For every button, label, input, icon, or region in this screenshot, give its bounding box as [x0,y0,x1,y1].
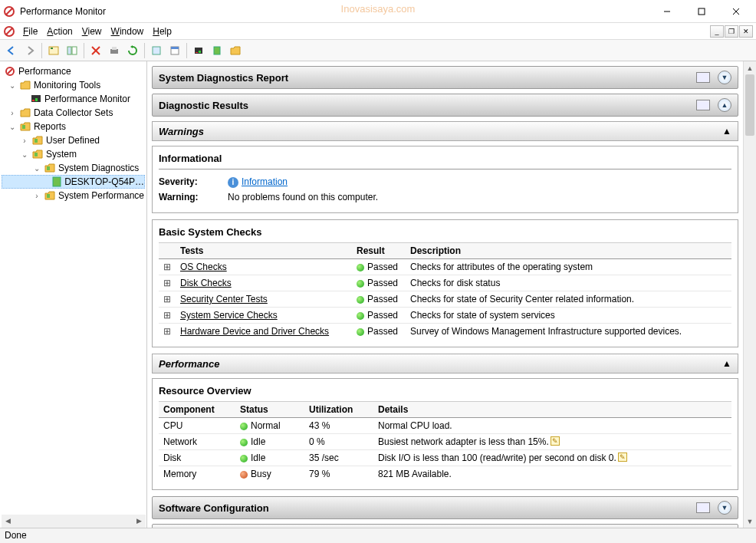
tree-label: Performance Monitor [44,94,130,104]
collapse-icon[interactable]: ⌄ [8,123,17,131]
section-hardware-configuration[interactable]: Hardware Configuration ▼ [152,524,738,528]
table-row: ⊞OS ChecksPassedChecks for attributes of… [159,259,731,275]
tree-user-defined[interactable]: › User Defined [2,133,145,147]
delete-button[interactable] [87,42,104,59]
tree-performance-monitor[interactable]: Performance Monitor [2,92,145,106]
panel-basic-system-checks: Basic System Checks Tests Result Descrip… [152,219,738,347]
navigation-tree[interactable]: Performance ⌄ Monitoring Tools Performan… [0,61,147,528]
expand-icon[interactable]: › [32,192,41,200]
hscroll-left[interactable]: ◀ [2,515,15,528]
toolbar-btn-5[interactable] [227,42,244,59]
table-row: MemoryBusy79 %821 MB Available. [159,466,731,482]
scroll-up-button[interactable]: ▲ [744,61,756,74]
reports-icon [31,148,44,160]
app-icon-small [3,25,15,38]
test-link[interactable]: System Service Checks [180,310,278,321]
reports-icon [44,189,56,202]
app-icon [3,5,15,18]
test-link[interactable]: Hardware Device and Driver Checks [180,326,329,337]
mdi-restore[interactable]: ❐ [725,25,738,38]
tree-performance[interactable]: Performance [2,64,145,78]
svg-line-7 [6,28,12,35]
note-icon[interactable]: ✎ [551,436,560,446]
svg-rect-21 [214,47,220,54]
expand-icon[interactable]: ⊞ [159,275,176,291]
svg-rect-19 [196,52,198,53]
status-dot-busy [240,471,248,479]
mdi-close[interactable]: ✕ [739,25,753,38]
menu-help[interactable]: Help [148,25,176,38]
section-warnings[interactable]: Warnings ▲ [152,121,738,141]
expand-icon[interactable]: › [8,109,17,117]
section-system-diagnostics-report[interactable]: System Diagnostics Report ▼ [152,66,738,89]
toolbar-btn-4[interactable] [209,42,225,59]
scroll-down-button[interactable]: ▼ [744,515,756,528]
collapse-icon[interactable]: ▲ [722,358,731,369]
report-icon [51,176,63,188]
monitor-icon [30,93,42,105]
section-performance[interactable]: Performance ▲ [152,354,738,374]
tree-label: Data Collector Sets [34,107,113,118]
table-row: ⊞Hardware Device and Driver ChecksPassed… [159,324,731,340]
show-hide-tree-button[interactable] [45,42,62,59]
tree-system-diagnostics[interactable]: ⌄ System Diagnostics [2,161,145,175]
test-link[interactable]: Security Center Tests [180,294,268,304]
toolbar-btn-1[interactable] [148,42,165,59]
folder-icon [19,79,31,91]
scrollbar-thumb[interactable] [745,74,754,136]
test-link[interactable]: Disk Checks [180,278,232,288]
properties-button[interactable] [64,42,81,59]
panel-title: Basic System Checks [159,226,731,238]
expand-icon[interactable]: ⊞ [159,308,176,324]
expand-icon[interactable]: ▼ [718,501,731,515]
close-button[interactable] [718,0,753,22]
tree-system-performance[interactable]: › System Performance [2,189,145,202]
toolbar-btn-2[interactable] [166,42,183,59]
print-button[interactable] [106,42,123,59]
tree-data-collector-sets[interactable]: › Data Collector Sets [2,106,145,120]
severity-link[interactable]: Information [242,176,288,187]
collapse-icon[interactable]: ⌄ [32,164,41,173]
collapse-icon[interactable]: ▲ [718,98,731,112]
tree-reports[interactable]: ⌄ Reports [2,120,145,133]
refresh-button[interactable] [124,42,141,59]
maximize-button[interactable] [684,0,718,22]
minimize-button[interactable] [649,0,684,22]
svg-rect-27 [22,125,25,129]
back-button[interactable] [3,42,20,59]
toolbar-btn-3[interactable] [190,42,207,59]
svg-rect-30 [47,166,50,170]
collapse-icon[interactable]: ⌄ [8,81,17,90]
tree-label: User Defined [46,135,100,146]
reports-icon [31,134,44,146]
expand-icon[interactable]: › [20,137,29,145]
window-title: Performance Monitor [20,6,649,17]
expand-icon[interactable]: ⊞ [159,291,176,308]
svg-rect-14 [112,47,117,50]
panel-informational: Informational Severity: iInformation War… [152,146,738,213]
menu-file[interactable]: File [18,25,42,38]
tree-desktop-report[interactable]: DESKTOP-Q54P… [2,175,145,189]
note-icon[interactable]: ✎ [618,452,627,462]
tree-system[interactable]: ⌄ System [2,147,145,161]
vertical-scrollbar[interactable]: ▲ ▼ [743,61,756,528]
mdi-minimize[interactable]: _ [710,25,724,38]
expand-icon[interactable]: ⊞ [159,324,176,340]
collapse-icon[interactable]: ⌄ [20,150,29,159]
svg-line-1 [6,8,12,15]
titlebar: Performance Monitor [0,0,756,23]
section-diagnostic-results[interactable]: Diagnostic Results ▲ [152,94,738,117]
menu-view[interactable]: View [77,25,107,38]
hscroll-right[interactable]: ▶ [133,515,146,528]
tree-monitoring-tools[interactable]: ⌄ Monitoring Tools [2,78,145,92]
forward-button[interactable] [21,42,38,59]
expand-icon[interactable]: ⊞ [159,259,176,275]
test-link[interactable]: OS Checks [180,262,227,272]
expand-icon[interactable]: ▼ [718,71,731,84]
section-software-configuration[interactable]: Software Configuration ▼ [152,496,738,519]
menu-window[interactable]: Window [107,25,149,38]
menubar: File Action View Window Help _ ❐ ✕ [0,23,756,40]
table-row: CPUNormal43 %Normal CPU load. [159,418,731,434]
collapse-icon[interactable]: ▲ [722,126,731,137]
menu-action[interactable]: Action [42,25,77,38]
